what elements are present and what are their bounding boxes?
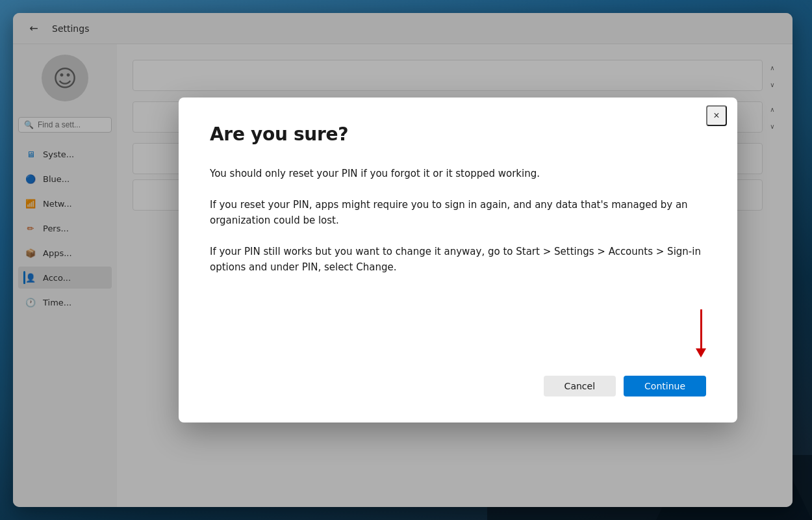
dialog-paragraph-1: You should only reset your PIN if you fo… (210, 166, 706, 181)
close-icon: × (713, 110, 719, 122)
dialog-paragraph-3: If your PIN still works but you want to … (210, 244, 706, 275)
dialog-close-button[interactable]: × (706, 105, 727, 126)
pin-reset-dialog: × Are you sure? You should only reset yo… (179, 98, 737, 422)
red-arrow-annotation (696, 309, 706, 358)
dialog-footer: Cancel Continue (210, 376, 706, 396)
arrow-head (696, 348, 706, 358)
cancel-button[interactable]: Cancel (544, 376, 616, 396)
dialog-paragraph-2: If you reset your PIN, apps might requir… (210, 197, 706, 228)
continue-button[interactable]: Continue (624, 376, 706, 396)
arrow-line (700, 309, 702, 348)
dialog-overlay: × Are you sure? You should only reset yo… (0, 0, 812, 520)
dialog-title: Are you sure? (210, 124, 706, 145)
dialog-body: You should only reset your PIN if you fo… (210, 166, 706, 350)
